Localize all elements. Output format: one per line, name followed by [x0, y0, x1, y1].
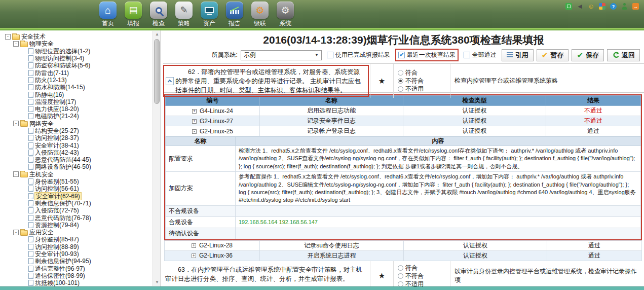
tree-item[interactable]: 剩余信息保护(94-95)	[2, 258, 151, 265]
toolbar-item-home[interactable]: ⌂ 首页	[97, 2, 119, 28]
toolbar-item-reports[interactable]: 报告	[224, 2, 245, 28]
tree-item[interactable]: 温湿度控制(17)	[2, 98, 151, 105]
scroll-up-arrow-icon[interactable]: ▲	[154, 31, 161, 38]
row-expand-toggle[interactable]: +	[192, 253, 196, 258]
tree-item[interactable]: 访问控制(56-61)	[2, 185, 151, 192]
tree-item[interactable]: 物理访问控制(3-4)	[2, 55, 151, 62]
tree-item[interactable]: 安全审计(90-93)	[2, 250, 151, 258]
tree-item[interactable]: - 网络安全	[2, 120, 151, 127]
radio-option-na[interactable]: 不适用	[398, 85, 450, 93]
tree-item[interactable]: 防水和防潮(14-15)	[2, 84, 151, 91]
checkbox-use-completed-results[interactable]: 使用已完成填报结果	[327, 51, 390, 59]
user-icon[interactable]	[621, 3, 628, 10]
tree-item[interactable]: 电力供应(18-20)	[2, 105, 151, 113]
tree-item[interactable]: - 主机安全	[2, 171, 151, 178]
scroll-down-arrow-icon[interactable]: ▼	[154, 279, 161, 286]
row-expand-toggle[interactable]: +	[192, 119, 197, 124]
checkbox-box[interactable]	[327, 52, 333, 58]
tree-expand-toggle[interactable]: -	[13, 121, 19, 126]
tree-item[interactable]: 访问控制(88-89)	[2, 243, 151, 250]
radio-button[interactable]	[398, 70, 403, 76]
tree-item[interactable]: 身份鉴别(51-55)	[2, 178, 151, 185]
back-button[interactable]: 返回	[607, 49, 640, 61]
toolbar-item-inspect[interactable]: 检查	[148, 2, 169, 28]
tree-node-icon	[28, 193, 33, 199]
tree-node-icon	[20, 172, 28, 177]
tree-item[interactable]: 入侵防范(42-43)	[2, 149, 151, 156]
tree-item[interactable]: 恶意代码防范(44-45)	[2, 156, 151, 163]
checkbox-latest-verification-result[interactable]: 最近一次核查结果	[395, 49, 459, 61]
toolbar-item-label: 策略	[173, 19, 195, 28]
toolbar-item-fill-report[interactable]: ▤ 填报	[123, 2, 144, 28]
tree-node-icon	[28, 128, 33, 134]
system-select[interactable]: 示例 ▼	[241, 50, 322, 60]
check-id-cell: +G2-Linux-28	[165, 240, 260, 250]
cite-button[interactable]: 引用	[502, 49, 534, 61]
save-button[interactable]: ✔ 保存	[572, 49, 604, 61]
tree-item[interactable]: 防静电(16)	[2, 91, 151, 98]
radio-button[interactable]	[398, 86, 403, 92]
tree-item[interactable]: 抗抵赖(100-101)	[2, 279, 151, 286]
tree-item[interactable]: 网络设备防护(46-50)	[2, 163, 151, 170]
tree-item[interactable]: 入侵防范(72-75)	[2, 207, 151, 214]
tree-node-icon	[28, 186, 33, 192]
tree-item[interactable]: 防盗窃和防破坏(5-6)	[2, 62, 151, 69]
tree-item[interactable]: 电磁防护(21-24)	[2, 113, 151, 120]
tree-item[interactable]: 结构安全(25-27)	[2, 127, 151, 134]
scrollbar-thumb[interactable]	[154, 39, 160, 104]
action-buttons: 引用 ✔ 暂存 ✔ 保存 返回	[502, 49, 640, 61]
tree-item[interactable]: 身份鉴别(85-87)	[2, 236, 151, 243]
radio-option-conform[interactable]: 符合	[398, 69, 450, 77]
table-row: -G2-Linux-25 记录帐户登录日志 认证授权 通过	[166, 126, 641, 136]
temp-save-button[interactable]: ✔ 暂存	[537, 49, 569, 61]
tree-item[interactable]: 防雷击(7-11)	[2, 69, 151, 76]
radio-button[interactable]	[398, 273, 403, 279]
tree-item[interactable]: 防火(12-13)	[2, 77, 151, 84]
logout-icon[interactable]: →	[632, 3, 639, 10]
tree-item[interactable]: 通信保密性(98-99)	[2, 272, 151, 279]
tree-item[interactable]: 恶意代码防范(76-78)	[2, 214, 151, 221]
radio-option-conform[interactable]: 符合	[398, 264, 450, 272]
collapse-button[interactable]	[166, 77, 174, 85]
tree-item[interactable]: - 应用安全	[2, 229, 151, 236]
row-expand-toggle[interactable]: -	[192, 129, 197, 134]
volume-icon[interactable]: ◀	[577, 3, 583, 10]
checkbox-box-checked[interactable]	[398, 52, 405, 58]
radio-option-nonconform[interactable]: 不符合	[398, 77, 450, 85]
radio-option-nonconform[interactable]: 不符合	[398, 272, 450, 280]
radio-button-selected[interactable]	[398, 78, 403, 84]
tree-item[interactable]: 剩余信息保护(70-71)	[2, 200, 151, 207]
toolbar-item-cascade[interactable]: ⚙ 级联	[249, 2, 271, 28]
tree-item[interactable]: 访问控制(28-37)	[2, 134, 151, 141]
radio-button[interactable]	[398, 265, 403, 271]
help-icon[interactable]: ?	[610, 3, 617, 10]
toolbar-item-assets[interactable]: 资产	[199, 2, 220, 28]
detail-content-cell	[236, 205, 641, 216]
checkbox-box[interactable]	[464, 52, 470, 58]
checkbox-all-pass[interactable]: 全部通过	[464, 51, 497, 59]
check-result-cell: 通过	[547, 250, 642, 261]
tree-expand-toggle[interactable]: -	[5, 34, 11, 40]
screen-share-icon[interactable]	[565, 3, 572, 10]
radio-option-na[interactable]: 不适用	[398, 280, 450, 286]
tree-item[interactable]: 物理位置的选择(1-2)	[2, 48, 151, 55]
tree-expand-toggle[interactable]: -	[13, 171, 19, 177]
tree-item-label: 防雷击(7-11)	[35, 69, 69, 77]
row-expand-toggle[interactable]: +	[192, 243, 196, 248]
tree-item[interactable]: - 安全技术	[2, 33, 151, 40]
apps-grid-icon[interactable]	[599, 3, 605, 10]
chat-icon[interactable]: ☺	[588, 3, 594, 10]
tree-item-label: 剩余信息保护(70-71)	[35, 200, 91, 207]
tree-item[interactable]: 资源控制(79-84)	[2, 222, 151, 229]
sidebar-scrollbar[interactable]: ▲ ▼	[153, 31, 161, 286]
row-expand-toggle[interactable]: +	[192, 109, 197, 114]
tree-item[interactable]: 安全审计(38-41)	[2, 141, 151, 149]
tree-item[interactable]: 通信完整性(96-97)	[2, 265, 151, 272]
tree-item[interactable]: 安全审计(62-69)	[2, 193, 151, 200]
radio-button[interactable]	[398, 281, 403, 286]
tree-expand-toggle[interactable]: -	[13, 41, 19, 47]
toolbar-item-system[interactable]: ⚙ 系统	[275, 2, 296, 28]
tree-expand-toggle[interactable]: -	[13, 230, 19, 235]
tree-item[interactable]: - 物理安全	[2, 40, 151, 47]
toolbar-item-policy[interactable]: ✎ 策略	[173, 2, 195, 28]
